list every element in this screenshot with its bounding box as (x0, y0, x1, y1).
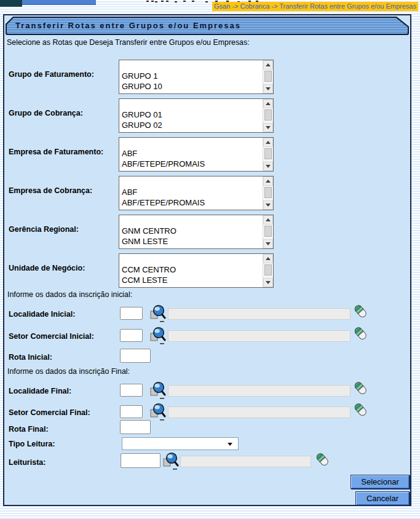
empresa-cobranca-label: Empresa de Cobrança: (9, 186, 92, 195)
localidade-inicial-input[interactable] (120, 307, 143, 320)
inscricao-inicial-header: Informe os dados da inscrição inicial: (7, 290, 132, 299)
unidade-negocio-listbox[interactable]: CCM CENTRO CCM LESTE (119, 253, 274, 288)
search-icon[interactable] (149, 326, 166, 345)
scroll-down-icon[interactable] (263, 200, 273, 210)
cancelar-button[interactable]: Cancelar (355, 491, 410, 505)
localidade-final-label: Localidade Final: (9, 387, 71, 395)
setor-final-label: Setor Comercial Final: (9, 408, 90, 417)
scroll-down-icon[interactable] (263, 123, 273, 132)
eraser-icon[interactable] (354, 327, 368, 342)
grupo-faturamento-label: Grupo de Faturamento: (9, 70, 94, 79)
list-item[interactable]: GRUPO 01 (122, 109, 263, 120)
scroll-thumb[interactable] (264, 148, 272, 159)
clipped-menu-text (146, 1, 149, 2)
localidade-inicial-label: Localidade Inicial: (9, 310, 75, 319)
scroll-thumb[interactable] (264, 187, 272, 198)
list-item[interactable]: GRUPO 02 (122, 120, 263, 130)
list-item[interactable]: CCM CENTRO (122, 264, 263, 275)
selecionar-button[interactable]: Selecionar (351, 475, 410, 489)
setor-inicial-label: Setor Comercial Inicial: (9, 332, 94, 341)
search-icon[interactable] (149, 402, 166, 421)
chevron-down-icon (228, 443, 232, 446)
title-bar: Transferir Rotas entre Grupos e/ou Empre… (6, 17, 409, 35)
localidade-inicial-name-field (168, 308, 351, 320)
eraser-icon[interactable] (354, 381, 368, 397)
scroll-down-icon[interactable] (263, 162, 273, 171)
list-item[interactable]: GRUPO 10 (122, 81, 263, 92)
scroll-up-icon[interactable] (263, 138, 273, 147)
scroll-up-icon[interactable] (263, 60, 273, 69)
scroll-down-icon[interactable] (263, 84, 273, 93)
localidade-final-input[interactable] (120, 384, 143, 397)
search-icon[interactable] (149, 381, 166, 400)
form-panel: Transferir Rotas entre Grupos e/ou Empre… (3, 14, 411, 506)
tipo-leitura-label: Tipo Leitura: (9, 440, 55, 448)
rota-inicial-label: Rota Inicial: (9, 353, 52, 362)
scrollbar[interactable] (263, 138, 273, 171)
empresa-faturamento-label: Empresa de Faturamento: (9, 148, 103, 156)
rota-final-label: Rota Final: (9, 425, 49, 434)
scroll-thumb[interactable] (264, 226, 272, 237)
setor-final-input[interactable] (120, 405, 143, 418)
scrollbar[interactable] (263, 99, 273, 132)
list-item[interactable]: ABF (122, 148, 263, 159)
list-item[interactable]: ABF/ETEPE/PROMAIS (122, 159, 263, 169)
scroll-thumb[interactable] (264, 264, 272, 275)
setor-inicial-name-field (168, 330, 351, 342)
search-icon[interactable] (162, 451, 179, 470)
grupo-faturamento-listbox[interactable]: GRUPO 1 GRUPO 10 (119, 60, 274, 94)
setor-inicial-input[interactable] (120, 329, 143, 342)
leiturista-label: Leiturista: (9, 458, 46, 467)
gsan-page: Gsan -> Cobranca -> Transferir Rotas ent… (0, 0, 420, 519)
eraser-icon[interactable] (315, 453, 330, 468)
grupo-cobranca-label: Grupo de Cobrança: (9, 109, 83, 117)
leiturista-name-field (180, 456, 311, 467)
intro-text: Selecione as Rotas que Deseja Transferir… (7, 38, 250, 47)
search-icon[interactable] (149, 304, 166, 323)
inscricao-final-header: Informe os dados da inscrição Final: (7, 367, 130, 376)
scroll-up-icon[interactable] (263, 176, 273, 186)
tipo-leitura-select[interactable] (122, 437, 239, 450)
scroll-down-icon[interactable] (263, 239, 273, 248)
scroll-down-icon[interactable] (263, 278, 273, 287)
eraser-icon[interactable] (354, 304, 368, 320)
empresa-cobranca-listbox[interactable]: ABF ABF/ETEPE/PROMAIS (119, 176, 274, 210)
rota-inicial-input[interactable] (120, 349, 151, 363)
list-item[interactable]: GNM LESTE (122, 236, 263, 247)
page-title: Transferir Rotas entre Grupos e/ou Empre… (15, 18, 241, 34)
scroll-up-icon[interactable] (263, 254, 273, 263)
scrollbar[interactable] (263, 60, 273, 93)
leiturista-input[interactable] (121, 453, 160, 468)
rota-final-input[interactable] (120, 420, 151, 434)
gerencia-regional-listbox[interactable]: GNM CENTRO GNM LESTE (119, 215, 274, 249)
scroll-thumb[interactable] (264, 71, 272, 82)
scrollbar[interactable] (263, 254, 273, 287)
grupo-cobranca-listbox[interactable]: GRUPO 01 GRUPO 02 (119, 98, 274, 133)
setor-final-name-field (168, 406, 351, 418)
list-item[interactable]: CCM LESTE (122, 275, 263, 285)
empresa-faturamento-listbox[interactable]: ABF ABF/ETEPE/PROMAIS (119, 137, 274, 172)
scrollbar[interactable] (263, 176, 273, 210)
list-item[interactable]: ABF/ETEPE/PROMAIS (122, 197, 263, 208)
localidade-final-name-field (168, 385, 351, 397)
scroll-up-icon[interactable] (263, 99, 273, 108)
unidade-negocio-label: Unidade de Negócio: (9, 264, 85, 272)
list-item[interactable]: ABF (122, 187, 263, 197)
list-item[interactable]: GRUPO 1 (122, 71, 263, 81)
eraser-icon[interactable] (354, 403, 368, 418)
gerencia-regional-label: Gerência Regional: (9, 225, 79, 234)
list-item[interactable]: GNM CENTRO (122, 226, 263, 236)
breadcrumb: Gsan -> Cobranca -> Transferir Rotas ent… (212, 2, 418, 11)
clipped-menubar-corner (0, 0, 22, 7)
scroll-thumb[interactable] (264, 109, 272, 121)
scroll-up-icon[interactable] (263, 215, 273, 224)
scrollbar[interactable] (263, 215, 273, 248)
tipo-leitura-selected-value (122, 439, 124, 448)
